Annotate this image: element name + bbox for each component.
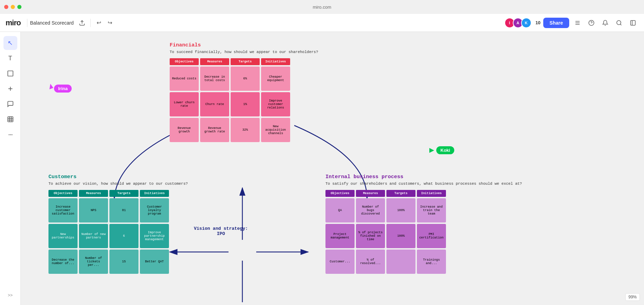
fin-header-objectives: Objectives (170, 58, 199, 65)
minimize-button[interactable] (11, 5, 15, 9)
fin-r2-ini: Improve customer relations (261, 92, 290, 116)
koki-cursor: Koki (429, 146, 454, 154)
ibp-r3-mea: % of resolved... (356, 250, 385, 274)
customers-grid: Objectives Measures Targets Initiatives … (48, 190, 188, 274)
share-button[interactable]: Share (543, 18, 569, 28)
ibp-header-initiatives: Initiatives (417, 190, 446, 197)
ibp-header-targets: Targets (386, 190, 415, 197)
cust-r3-obj: Decrease the number of... (48, 250, 78, 274)
titlebar: miro.com (0, 0, 644, 14)
ibp-subtitle: To satisfy our shareholders and customer… (325, 181, 522, 186)
sidebar-tool-sticky[interactable] (3, 67, 17, 80)
toolbar: miro Balanced Scorecard ↩ ↪ I A K 10 Sha… (0, 14, 644, 32)
fin-r1-tar: 6% (231, 67, 260, 91)
cust-r3-ini: Better QAT (140, 250, 169, 274)
ibp-r3-obj: Customer... (325, 250, 355, 274)
fin-header-measures: Measures (200, 58, 229, 65)
cust-r3-tar: 15 (109, 250, 138, 274)
zoom-indicator: 99% (625, 293, 640, 301)
vision-title: Vision and strategy: (194, 226, 248, 231)
doc-title[interactable]: Balanced Scorecard (30, 20, 74, 26)
cust-r1-ini: Customer loyalty program (140, 198, 169, 223)
sidebar-tool-comment[interactable] (3, 97, 17, 111)
customers-title: Customers (48, 174, 188, 180)
svg-rect-10 (8, 71, 13, 76)
financials-section: Financials To succeed financially, how s… (170, 42, 318, 142)
sidebar-expand[interactable]: >> (3, 291, 17, 299)
cust-r2-obj: New partnerships (48, 224, 78, 248)
svg-rect-13 (8, 117, 13, 122)
ibp-r1-tar: 100% (386, 198, 415, 223)
fin-r2-obj: Lower churn rate (170, 92, 199, 116)
financials-grid: Objectives Measures Targets Initiatives … (170, 58, 318, 142)
url-bar: miro.com (313, 5, 331, 10)
svg-rect-8 (630, 20, 635, 25)
ibp-r2-tar: 100% (386, 224, 415, 248)
close-button[interactable] (4, 5, 8, 9)
cursor-arrow-koki (429, 148, 434, 153)
irina-cursor: Irina (48, 83, 72, 93)
settings-icon[interactable] (572, 17, 583, 28)
ibp-r1-obj: QA (325, 198, 355, 223)
fin-header-targets: Targets (231, 58, 260, 65)
ibp-r1-mea: Number of bugs discovered (356, 198, 385, 223)
canvas: Irina Koki Financials To succeed financi… (21, 32, 644, 305)
notifications-icon[interactable] (600, 17, 611, 28)
help-icon[interactable] (586, 17, 597, 28)
cust-r1-obj: Increase customer satisfaction (48, 198, 78, 223)
sidebar-tool-pen[interactable] (3, 82, 17, 96)
separator (27, 19, 27, 27)
ibp-r3-ini: Trainings and... (417, 250, 446, 274)
left-sidebar: ↖ T ··· >> (0, 32, 21, 305)
svg-line-7 (620, 24, 621, 25)
sidebar-tool-text[interactable]: T (3, 51, 17, 65)
cust-r2-mea: Number of new partners (79, 224, 108, 248)
vision-box: Vision and strategy: IPO (194, 226, 248, 236)
irina-label: Irina (54, 85, 72, 93)
avatar-3: K (521, 18, 531, 28)
financials-title: Financials (170, 42, 318, 48)
cust-header-targets: Targets (109, 190, 138, 197)
panel-icon[interactable] (627, 17, 638, 28)
sidebar-tool-select[interactable]: ↖ (3, 36, 17, 50)
fin-r2-tar: 1% (231, 92, 260, 116)
cust-r3-mea: Number of tickets per... (79, 250, 108, 274)
undo-button[interactable]: ↩ (93, 17, 105, 28)
cust-header-initiatives: Initiatives (140, 190, 169, 197)
cust-r2-tar: 6 (109, 224, 138, 248)
fin-r3-tar: 32% (231, 118, 260, 142)
ibp-grid: Objectives Measures Targets Initiatives … (325, 190, 522, 274)
cust-header-measures: Measures (79, 190, 108, 197)
separator2 (90, 19, 91, 27)
fin-header-initiatives: Initiatives (261, 58, 290, 65)
fin-r3-mea: Revenue growth rate (200, 118, 229, 142)
fin-r3-ini: New acquisition channels (261, 118, 290, 142)
customers-subtitle: To achieve our vision, how should we app… (48, 181, 188, 186)
ibp-header-objectives: Objectives (325, 190, 355, 197)
maximize-button[interactable] (17, 5, 21, 9)
user-count: 10 (536, 20, 540, 25)
toolbar-right: I A K 10 Share (507, 17, 638, 28)
ibp-section: Internal business process To satisfy our… (325, 174, 522, 274)
redo-button[interactable]: ↪ (105, 17, 116, 28)
fin-r1-ini: Cheaper equipment (261, 67, 290, 91)
ibp-title: Internal business process (325, 174, 522, 180)
cust-r1-tar: 81 (109, 198, 138, 223)
fin-r1-mea: Decrease in total costs (200, 67, 229, 91)
cust-header-objectives: Objectives (48, 190, 78, 197)
ibp-r1-ini: Increase and train the team (417, 198, 446, 223)
ibp-r2-obj: Project management (325, 224, 355, 248)
cust-r2-ini: Improve partnership management (140, 224, 169, 248)
export-button[interactable] (77, 17, 88, 28)
financials-subtitle: To succeed financially, how should we ap… (170, 50, 318, 55)
ibp-header-measures: Measures (356, 190, 385, 197)
ibp-r2-mea: % of projects finished on time (356, 224, 385, 248)
ibp-r3-tar (386, 250, 415, 274)
cursor-arrow-irina (48, 83, 53, 89)
miro-logo: miro (6, 18, 21, 27)
search-icon[interactable] (614, 17, 625, 28)
sidebar-tool-more[interactable]: ··· (3, 128, 17, 141)
sidebar-tool-frame[interactable] (3, 112, 17, 126)
fin-r3-obj: Revenue growth (170, 118, 199, 142)
fin-r2-mea: Churn rate (200, 92, 229, 116)
